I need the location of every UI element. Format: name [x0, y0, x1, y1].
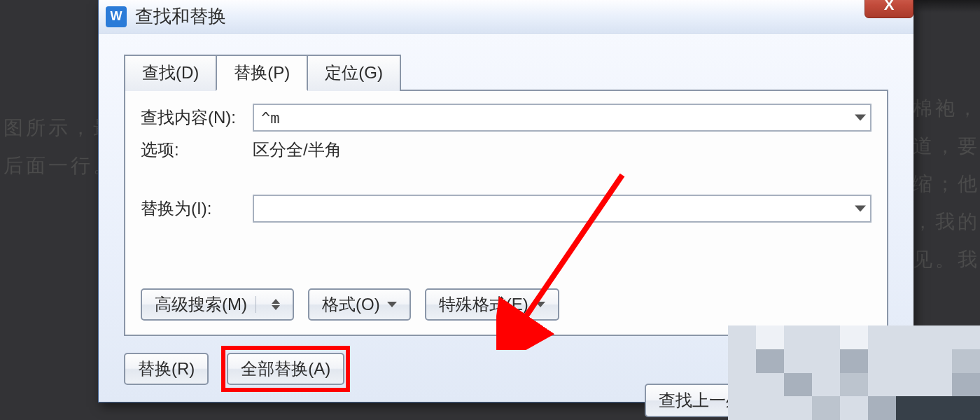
replace-with-label: 替换为(I): [141, 197, 253, 220]
find-content-value: ^m [261, 109, 280, 127]
tab-find[interactable]: 查找(D) [124, 55, 217, 91]
format-label: 格式(O) [322, 293, 380, 316]
dialog-title: 查找和替换 [135, 4, 226, 29]
close-button[interactable]: X [864, 0, 913, 18]
options-value: 区分全/半角 [253, 139, 342, 161]
chevron-down-icon[interactable] [855, 115, 866, 121]
tab-replace[interactable]: 替换(P) [216, 55, 308, 91]
find-content-label: 查找内容(N): [141, 106, 253, 129]
replace-button[interactable]: 替换(R) [124, 353, 209, 385]
chevron-down-icon[interactable] [855, 206, 866, 212]
special-format-button[interactable]: 特殊格式(E) [425, 288, 559, 321]
special-format-label: 特殊格式(E) [439, 293, 528, 316]
tab-strip: 查找(D) 替换(P) 定位(G) [124, 53, 913, 90]
replace-with-input[interactable] [253, 195, 872, 223]
find-content-input[interactable]: ^m [253, 104, 872, 132]
chevron-down-icon [536, 302, 545, 307]
replace-panel: 查找内容(N): ^m 选项: 区分全/半角 替换为(I): 高级搜索(M) [124, 90, 888, 336]
replace-button-label: 替换(R) [138, 358, 195, 380]
chevron-down-icon [387, 302, 397, 307]
pixelation-overlay [728, 326, 980, 420]
wps-app-icon: W [106, 6, 127, 27]
advanced-search-button[interactable]: 高级搜索(M) [141, 288, 294, 321]
format-button[interactable]: 格式(O) [308, 288, 411, 321]
expand-collapse-icon [272, 299, 280, 310]
advanced-search-label: 高级搜索(M) [155, 293, 247, 316]
tab-goto[interactable]: 定位(G) [307, 55, 401, 91]
replace-all-button-label: 全部替换(A) [241, 358, 330, 380]
button-divider [255, 296, 256, 313]
titlebar[interactable]: W 查找和替换 X [99, 0, 913, 34]
close-icon: X [884, 0, 895, 14]
replace-all-button[interactable]: 全部替换(A) [227, 353, 344, 385]
options-label: 选项: [141, 139, 253, 161]
